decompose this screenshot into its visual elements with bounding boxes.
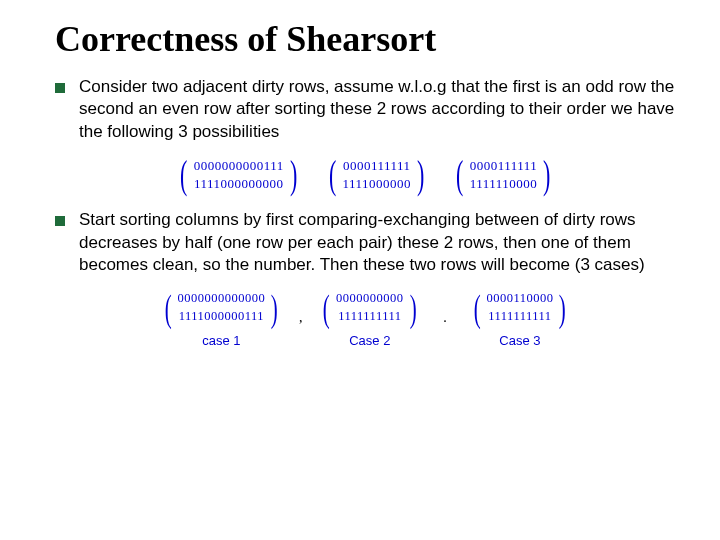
- case-3: ( 0000110000 1111111111 ) Case 3: [471, 289, 569, 348]
- bullet-1-text: Consider two adjacent dirty rows, assume…: [79, 76, 676, 143]
- case-2-label: Case 2: [349, 333, 390, 348]
- case-2-matrix: ( 0000000000 1111111111 ): [320, 289, 419, 327]
- case-1-rows: 0000000000000 1111000000111: [175, 289, 269, 327]
- case-2-row-1: 0000000000: [336, 292, 404, 306]
- dot-sep: .: [443, 310, 447, 326]
- bullet-1: Consider two adjacent dirty rows, assume…: [55, 76, 676, 143]
- paren-left-icon: (: [329, 155, 336, 195]
- matrix-3-rows: 0000111111 1111110000: [467, 155, 541, 195]
- matrix-3-row-1: 0000111111: [470, 159, 538, 173]
- paren-left-icon: (: [165, 289, 172, 327]
- matrix-2-row-2: 1111000000: [342, 177, 411, 191]
- matrix-1: ( 0000000000111 1111000000000 ): [177, 155, 300, 195]
- figure-1: ( 0000000000111 1111000000000 ) ( 000011…: [55, 155, 676, 195]
- bullet-2-text: Start sorting columns by first comparing…: [79, 209, 676, 276]
- matrix-1-row-1: 0000000000111: [194, 159, 284, 173]
- case-1-row-1: 0000000000000: [178, 292, 266, 306]
- figure-2: ( 0000000000000 1111000000111 ) case 1 ,…: [55, 289, 676, 348]
- paren-left-icon: (: [180, 155, 187, 195]
- case-3-label: Case 3: [499, 333, 540, 348]
- matrices-row-1: ( 0000000000111 1111000000000 ) ( 000011…: [177, 155, 553, 195]
- paren-left-icon: (: [474, 289, 481, 327]
- case-1-matrix: ( 0000000000000 1111000000111 ): [162, 289, 281, 327]
- paren-right-icon: ): [271, 289, 278, 327]
- paren-left-icon: (: [323, 289, 330, 327]
- paren-right-icon: ): [543, 155, 550, 195]
- matrix-3: ( 0000111111 1111110000 ): [453, 155, 553, 195]
- bullet-marker-icon: [55, 83, 65, 93]
- bullet-2: Start sorting columns by first comparing…: [55, 209, 676, 276]
- matrix-3-row-2: 1111110000: [470, 177, 538, 191]
- comma-sep: ,: [299, 310, 303, 326]
- matrix-2-row-1: 0000111111: [342, 159, 411, 173]
- paren-right-icon: ): [409, 289, 416, 327]
- case-3-rows: 0000110000 1111111111: [483, 289, 556, 327]
- matrix-2: ( 0000111111 1111000000 ): [326, 155, 427, 195]
- paren-right-icon: ): [417, 155, 424, 195]
- bullet-marker-icon: [55, 216, 65, 226]
- case-2-row-2: 1111111111: [336, 310, 404, 324]
- slide-content: Correctness of Shearsort Consider two ad…: [0, 0, 720, 362]
- paren-right-icon: ): [559, 289, 566, 327]
- matrix-1-row-2: 1111000000000: [194, 177, 284, 191]
- case-3-matrix: ( 0000110000 1111111111 ): [471, 289, 569, 327]
- paren-left-icon: (: [456, 155, 463, 195]
- case-3-row-1: 0000110000: [486, 292, 553, 306]
- slide-title: Correctness of Shearsort: [55, 18, 676, 60]
- case-1: ( 0000000000000 1111000000111 ) case 1: [162, 289, 281, 348]
- case-2-rows: 0000000000 1111111111: [333, 289, 407, 327]
- matrix-2-rows: 0000111111 1111000000: [339, 155, 414, 195]
- case-2: ( 0000000000 1111111111 ) Case 2: [320, 289, 419, 348]
- case-1-row-2: 1111000000111: [178, 310, 266, 324]
- cases-row: ( 0000000000000 1111000000111 ) case 1 ,…: [162, 289, 569, 348]
- case-1-label: case 1: [202, 333, 240, 348]
- matrix-1-rows: 0000000000111 1111000000000: [191, 155, 287, 195]
- paren-right-icon: ): [290, 155, 297, 195]
- case-3-row-2: 1111111111: [486, 310, 553, 324]
